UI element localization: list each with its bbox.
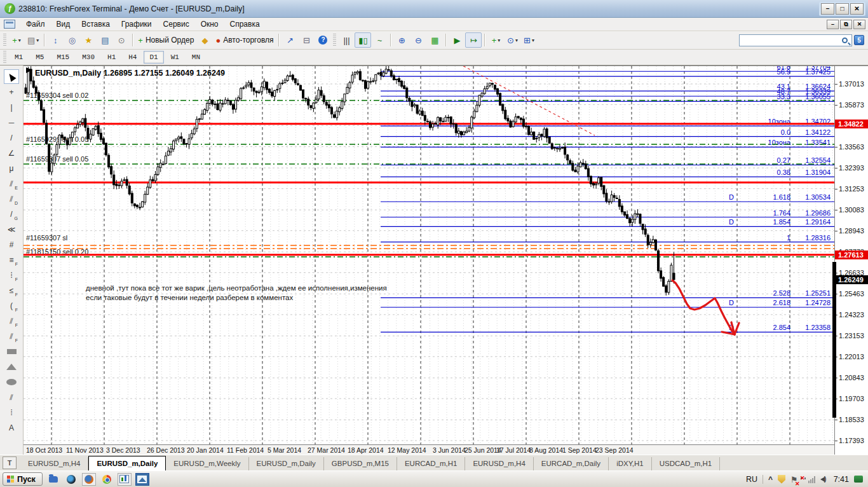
market-watch-button[interactable]: ↕: [47, 32, 64, 48]
indicators-button[interactable]: +▾: [487, 32, 504, 48]
fibo-timezones-button[interactable]: ⦙F: [4, 268, 19, 282]
search-input[interactable]: [739, 34, 852, 46]
maximize-icon[interactable]: □: [836, 3, 849, 15]
profiles-button[interactable]: ▤▾: [25, 32, 41, 48]
minimize-icon[interactable]: –: [827, 20, 839, 29]
gann-fan-button[interactable]: ≪: [4, 222, 19, 237]
folder-launcher[interactable]: [46, 473, 60, 486]
minimize-icon[interactable]: –: [821, 3, 834, 15]
speaker-icon[interactable]: [820, 477, 825, 482]
print-button[interactable]: ⊟: [298, 32, 315, 48]
strategy-tester-button[interactable]: ⊙: [113, 32, 130, 48]
andrews-pitchfork-button[interactable]: ⫽: [4, 390, 19, 404]
triangle-button[interactable]: [4, 359, 19, 374]
chart-tab-GBPUSD_m,M15[interactable]: GBPUSD_m,M15: [324, 457, 397, 470]
notification-badge[interactable]: 5: [854, 35, 864, 45]
menu-item-Вид[interactable]: Вид: [51, 18, 76, 30]
chrome-launcher[interactable]: [100, 473, 114, 486]
gann-line-button[interactable]: /G: [4, 207, 19, 221]
chart-tab-EURCAD_m,H1[interactable]: EURCAD_m,H1: [397, 457, 465, 470]
trendline-button[interactable]: /: [4, 130, 19, 145]
chart-candles-button[interactable]: ▮▯: [355, 32, 371, 48]
restore-icon[interactable]: ⧉: [840, 20, 852, 29]
chart-canvas[interactable]: 61.81.3770456.91.3742543.11.3662448.71.3…: [24, 65, 834, 444]
price-axis[interactable]: 1.370131.358731.335631.323931.312531.300…: [834, 65, 868, 455]
close-icon[interactable]: ✕: [853, 20, 865, 29]
periods-button[interactable]: ⊙▾: [504, 32, 520, 48]
auto-scroll-button[interactable]: ▶: [449, 32, 465, 48]
chart-tab-EURUSD_m,Daily[interactable]: EURUSD_m,Daily: [88, 456, 166, 470]
menu-item-Справка[interactable]: Справка: [224, 18, 266, 30]
chart-svg[interactable]: 61.81.3770456.91.3742543.11.3662448.71.3…: [24, 66, 834, 445]
timeframe-D1[interactable]: D1: [144, 51, 163, 64]
photo-viewer-launcher[interactable]: [135, 473, 149, 486]
timeframe-H4[interactable]: H4: [123, 51, 142, 64]
chart-tab-EURUSD_m,H4[interactable]: EURUSD_m,H4: [465, 457, 533, 470]
regression-channel-button[interactable]: μ: [4, 161, 19, 175]
navigator-button[interactable]: ★: [80, 32, 97, 48]
fibo-fan-button[interactable]: ≤F: [4, 283, 19, 298]
toolbar-grip[interactable]: [333, 34, 336, 46]
timeframe-M30[interactable]: M30: [76, 51, 100, 64]
fibo-retracement-button[interactable]: ≡F: [4, 252, 19, 267]
zoom-in-button[interactable]: ⊕: [393, 32, 410, 48]
terminal-button[interactable]: ▤: [97, 32, 113, 48]
crosshair-tool-button[interactable]: +: [4, 85, 19, 99]
menu-item-Окно[interactable]: Окно: [195, 18, 224, 30]
fibo-expansion-button[interactable]: ⫽F: [4, 313, 19, 328]
tile-windows-button[interactable]: ▦: [426, 32, 443, 48]
trendline-angle-button[interactable]: ∠: [4, 146, 19, 160]
chart-tab-EURCAD_m,Daily[interactable]: EURCAD_m,Daily: [534, 457, 609, 470]
chart-line-button[interactable]: ~: [371, 32, 388, 48]
menu-item-Графики[interactable]: Графики: [116, 18, 158, 30]
data-window-button[interactable]: ◎: [64, 32, 80, 48]
chart-bars-button[interactable]: |||: [338, 32, 355, 48]
menu-item-Сервис[interactable]: Сервис: [158, 18, 195, 30]
rectangle-button[interactable]: [4, 344, 19, 359]
chart-tab-EURUSD_m,Daily[interactable]: EURUSD_m,Daily: [249, 457, 324, 470]
timeframe-W1[interactable]: W1: [165, 51, 185, 64]
ellipse-button[interactable]: [4, 374, 19, 389]
metaeditor-button[interactable]: ◆: [196, 32, 213, 48]
zoom-out-button[interactable]: ⊖: [410, 32, 426, 48]
chevron-up-icon[interactable]: ^: [768, 475, 773, 484]
chart-tab-EURUSD_m,H4[interactable]: EURUSD_m,H4: [20, 457, 88, 470]
chart-tab-USDCAD_m,H1[interactable]: USDCAD_m,H1: [652, 457, 720, 470]
fibo-channel-button[interactable]: ⫽F: [4, 329, 19, 343]
signal-icon[interactable]: [808, 476, 815, 483]
horizontal-line-button[interactable]: ─: [4, 115, 19, 130]
timeframe-M5[interactable]: M5: [30, 51, 50, 64]
equidistant-channel-button[interactable]: ⫽E: [4, 176, 19, 191]
firefox-launcher[interactable]: [82, 473, 96, 486]
search-icon[interactable]: [842, 38, 848, 43]
timeframe-MN[interactable]: MN: [186, 51, 206, 64]
shield-icon[interactable]: [778, 475, 785, 484]
mt4-terminal-launcher[interactable]: [118, 473, 132, 486]
toolbar-grip[interactable]: [3, 34, 6, 46]
cursor-tool-button[interactable]: [4, 69, 19, 84]
vertical-line-object[interactable]: [832, 262, 836, 418]
help-button[interactable]: ?: [315, 32, 331, 48]
tab-bar-icon-button[interactable]: T: [3, 456, 17, 469]
chart-shift-button[interactable]: ↦: [465, 32, 482, 48]
chart-tab-EURUSD_m,Weekly[interactable]: EURUSD_m,Weekly: [166, 457, 248, 470]
timeframe-grip[interactable]: [3, 51, 6, 64]
fibo-arcs-button[interactable]: (F: [4, 298, 19, 313]
network-icon[interactable]: [854, 476, 863, 483]
start-button[interactable]: Пуск: [3, 472, 43, 486]
menu-item-Файл[interactable]: Файл: [20, 18, 51, 30]
media-player-launcher[interactable]: [64, 473, 78, 486]
taskbar-clock[interactable]: 7:41: [834, 475, 849, 484]
timeframe-H1[interactable]: H1: [102, 51, 121, 64]
timeframe-M15[interactable]: M15: [51, 51, 75, 64]
fullscreen-button[interactable]: ↗: [281, 32, 298, 48]
stddev-channel-button[interactable]: ⫽D: [4, 191, 19, 206]
chart-tab-iDXY,H1[interactable]: iDXY,H1: [609, 457, 652, 470]
vertical-line-button[interactable]: |: [4, 100, 19, 114]
new-chart-button[interactable]: +▾: [8, 32, 25, 48]
close-icon[interactable]: ✕: [850, 3, 864, 15]
templates-button[interactable]: ⊞▾: [520, 32, 537, 48]
cycle-lines-button[interactable]: ⦙: [4, 405, 19, 420]
new-order-button[interactable]: +Новый Ордер: [135, 32, 196, 48]
autotrading-button[interactable]: ●Авто-торговля: [213, 32, 276, 48]
